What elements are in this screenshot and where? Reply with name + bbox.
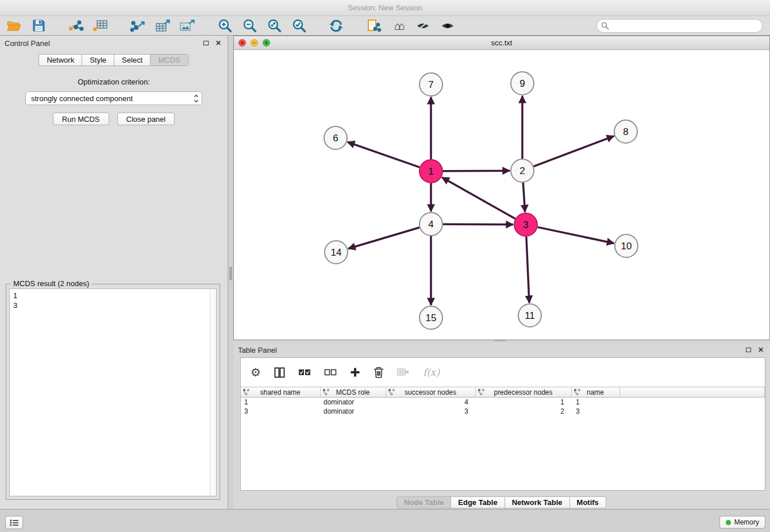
- close-window-icon[interactable]: ×: [238, 39, 246, 47]
- home-icon[interactable]: ⌂⌂: [390, 17, 406, 34]
- float-panel-icon[interactable]: [201, 38, 210, 48]
- close-panel-button[interactable]: Close panel: [117, 113, 175, 125]
- column-header-successor-nodes[interactable]: successor nodes: [386, 387, 475, 398]
- hide-selected-icon[interactable]: [415, 17, 431, 34]
- node-3[interactable]: 3: [514, 213, 537, 236]
- column-visibility-icon[interactable]: [274, 367, 285, 378]
- delete-table-icon[interactable]: [397, 368, 410, 377]
- table-cell: 1: [475, 398, 571, 407]
- edge-2-3[interactable]: [523, 183, 525, 212]
- table-row[interactable]: 1dominator411: [241, 398, 765, 407]
- node-7[interactable]: 7: [419, 73, 442, 96]
- select-all-rows-icon[interactable]: [298, 368, 311, 376]
- minimize-window-icon[interactable]: −: [251, 39, 258, 47]
- import-table-from-file-icon[interactable]: [93, 17, 109, 34]
- delete-column-icon[interactable]: [374, 367, 384, 378]
- network-view[interactable]: 7968124310141511: [234, 50, 769, 340]
- import-network-from-file-icon[interactable]: [68, 17, 84, 34]
- node-4[interactable]: 4: [419, 213, 442, 236]
- table-cell: 3: [571, 407, 619, 416]
- float-table-panel-icon[interactable]: [744, 345, 753, 354]
- node-label: 7: [428, 79, 433, 90]
- zoom-window-icon[interactable]: +: [263, 39, 270, 47]
- criterion-value: strongly connected component: [31, 94, 133, 103]
- column-header-predecessor-nodes[interactable]: predecessor nodes: [475, 387, 571, 398]
- edge-3-10[interactable]: [538, 227, 614, 243]
- edge-2-8[interactable]: [534, 136, 614, 167]
- node-14[interactable]: 14: [325, 241, 348, 264]
- node-15[interactable]: 15: [419, 306, 442, 329]
- status-bar: Memory: [0, 509, 770, 532]
- edge-3-11[interactable]: [526, 237, 529, 303]
- edge-4-3[interactable]: [443, 224, 513, 225]
- edge-1-2[interactable]: [443, 171, 510, 171]
- close-table-panel-icon[interactable]: ✕: [756, 345, 765, 354]
- node-11[interactable]: 11: [518, 304, 541, 327]
- result-line: 1: [13, 291, 213, 300]
- search-input[interactable]: [596, 19, 763, 33]
- add-column-icon[interactable]: [350, 367, 360, 377]
- tab-select[interactable]: Select: [114, 54, 151, 66]
- zoom-in-icon[interactable]: [217, 17, 233, 34]
- refresh-view-icon[interactable]: [328, 17, 344, 34]
- close-panel-icon[interactable]: ✕: [214, 38, 223, 48]
- show-all-icon[interactable]: [440, 17, 456, 34]
- clone-network-icon[interactable]: [365, 17, 382, 34]
- node-2[interactable]: 2: [511, 159, 534, 182]
- table-cell: dominator: [320, 407, 386, 416]
- tab-edge-table[interactable]: Edge Table: [451, 496, 505, 508]
- tab-network[interactable]: Network: [38, 54, 82, 66]
- table-cell: 1: [241, 398, 320, 407]
- splitter-handle[interactable]: [229, 267, 232, 280]
- node-10[interactable]: 10: [615, 234, 638, 257]
- zoom-fit-icon[interactable]: [266, 17, 282, 34]
- criterion-select[interactable]: strongly connected component: [25, 91, 202, 105]
- node-label: 6: [333, 133, 338, 144]
- deselect-all-rows-icon[interactable]: [324, 368, 337, 376]
- edge-3-1[interactable]: [442, 178, 515, 219]
- memory-label: Memory: [734, 518, 759, 526]
- result-scrollbar[interactable]: [210, 289, 216, 496]
- table-cell: 1: [571, 398, 619, 407]
- network-canvas[interactable]: 7968124310141511: [234, 50, 769, 340]
- node-6[interactable]: 6: [324, 126, 347, 149]
- open-session-icon[interactable]: [6, 17, 22, 34]
- function-builder-icon[interactable]: f(x): [423, 367, 440, 378]
- node-label: 2: [519, 165, 525, 176]
- memory-button[interactable]: Memory: [719, 516, 765, 529]
- export-table-icon[interactable]: [155, 17, 171, 34]
- node-9[interactable]: 9: [511, 72, 534, 95]
- node-label: 9: [519, 78, 525, 89]
- table-header-row: shared name MCDS role successor nodes: [241, 387, 765, 398]
- zoom-out-icon[interactable]: [241, 17, 257, 34]
- export-network-icon[interactable]: [130, 17, 146, 34]
- tab-motifs[interactable]: Motifs: [569, 496, 606, 508]
- search-box[interactable]: [596, 19, 763, 33]
- zoom-selected-icon[interactable]: [291, 17, 307, 34]
- table-row[interactable]: 3dominator323: [241, 407, 765, 416]
- run-mcds-button[interactable]: Run MCDS: [53, 113, 109, 125]
- export-image-icon[interactable]: [179, 17, 195, 34]
- column-header-mcds-role[interactable]: MCDS role: [320, 387, 386, 398]
- tab-node-table[interactable]: Node Table: [396, 496, 451, 508]
- save-session-icon[interactable]: [30, 17, 47, 34]
- memory-status-icon: [726, 520, 731, 525]
- panel-splitter[interactable]: [228, 36, 233, 509]
- tab-mcds[interactable]: MCDS: [150, 54, 188, 66]
- table-settings-icon[interactable]: ⚙: [251, 367, 261, 378]
- node-1[interactable]: 1: [419, 160, 442, 183]
- mcds-result-textarea[interactable]: 1 3: [9, 288, 217, 496]
- node-label: 11: [525, 310, 535, 321]
- node-label: 4: [428, 219, 433, 230]
- column-header-name[interactable]: name: [571, 387, 619, 398]
- hierarchy-icon: [574, 389, 580, 397]
- edge-4-14[interactable]: [348, 228, 419, 249]
- node-8[interactable]: 8: [614, 120, 637, 143]
- tab-network-table[interactable]: Network Table: [505, 496, 570, 508]
- tab-style[interactable]: Style: [82, 54, 114, 66]
- optimization-criterion-label: Optimization criterion:: [0, 78, 228, 86]
- edge-1-6[interactable]: [348, 142, 419, 167]
- task-history-button[interactable]: [5, 516, 23, 529]
- control-panel-title: Control Panel: [5, 39, 198, 48]
- column-header-shared-name[interactable]: shared name: [241, 387, 320, 398]
